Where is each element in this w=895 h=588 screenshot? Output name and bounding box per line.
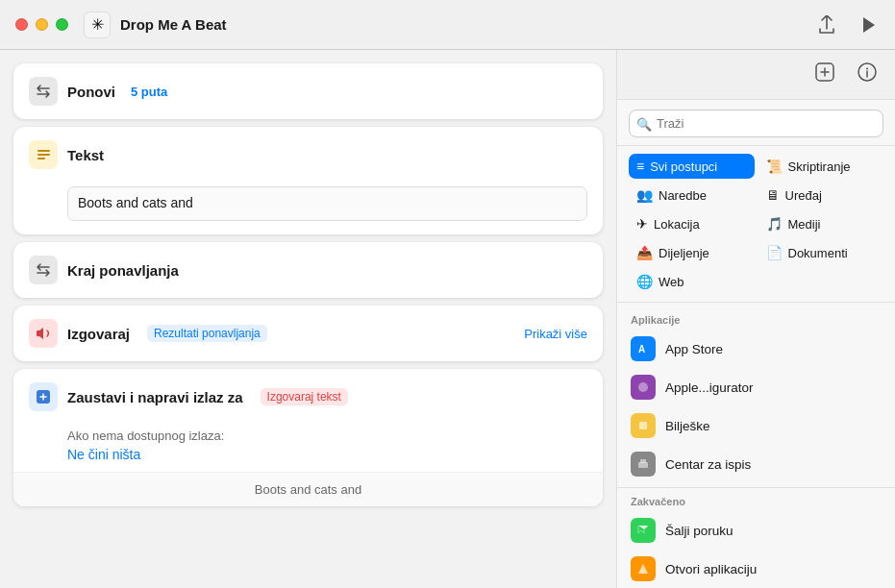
cat-dokumenti[interactable]: 📄 Dokumenti bbox=[758, 240, 884, 265]
salji-poruku-label: Šalji poruku bbox=[665, 524, 733, 538]
speak-badge: Rezultati ponavljanja bbox=[147, 325, 267, 342]
cat-dijeljenje-label: Dijeljenje bbox=[659, 246, 709, 260]
stop-title: Zaustavi i napravi izlaz za bbox=[67, 389, 243, 405]
close-button[interactable] bbox=[15, 18, 28, 31]
cat-uredaj[interactable]: 🖥 Uređaj bbox=[758, 183, 884, 208]
repeat-icon bbox=[29, 77, 58, 106]
cat-web-label: Web bbox=[659, 275, 684, 289]
share-button[interactable] bbox=[814, 12, 839, 38]
otvori-aplikaciju-label: Otvori aplikaciju bbox=[665, 562, 757, 576]
cat-mediji[interactable]: 🎵 Mediji bbox=[758, 211, 884, 236]
cat-svi-postupci[interactable]: ≡ Svi postupci bbox=[629, 154, 755, 179]
cat-dijeljenje-icon: 📤 bbox=[636, 245, 653, 260]
text-header: Tekst bbox=[13, 127, 603, 183]
cat-lokacija[interactable]: ✈ Lokacija bbox=[629, 211, 755, 236]
actions-list: Aplikacije A App Store Apple...igurator … bbox=[617, 303, 895, 588]
svg-rect-9 bbox=[639, 422, 647, 429]
search-icon: 🔍 bbox=[636, 116, 652, 131]
action-salji-poruku[interactable]: Šalji poruku bbox=[617, 511, 895, 550]
biljeske-label: Bilješke bbox=[665, 419, 710, 433]
speak-card: Izgovaraj Rezultati ponavljanja Prikaži … bbox=[13, 306, 603, 361]
end-repeat-icon bbox=[29, 256, 58, 284]
stop-badge: Izgovaraj tekst bbox=[261, 388, 348, 405]
search-bar: 🔍 bbox=[617, 100, 895, 146]
repeat-card: Ponovi 5 puta bbox=[13, 63, 603, 119]
svg-point-8 bbox=[638, 382, 648, 392]
centar-ispis-label: Centar za ispis bbox=[665, 457, 751, 472]
text-input[interactable]: Boots and cats and bbox=[67, 186, 587, 221]
speak-header: Izgovaraj Rezultati ponavljanja Prikaži … bbox=[13, 306, 603, 361]
speak-icon bbox=[29, 319, 58, 348]
cat-svi-label: Svi postupci bbox=[650, 159, 717, 174]
app-store-label: App Store bbox=[665, 342, 723, 356]
right-panel-header bbox=[617, 50, 895, 100]
app-title: Drop Me A Beat bbox=[120, 16, 814, 33]
action-biljeske[interactable]: Bilješke bbox=[617, 406, 895, 445]
left-panel: Ponovi 5 puta Tekst Boots and cats and bbox=[0, 50, 616, 588]
salji-poruku-icon bbox=[631, 518, 656, 543]
repeat-header: Ponovi 5 puta bbox=[13, 63, 603, 119]
svg-rect-1 bbox=[37, 154, 50, 156]
svg-point-6 bbox=[866, 68, 868, 70]
svg-text:A: A bbox=[638, 344, 645, 355]
info-panel-button[interactable] bbox=[853, 58, 882, 91]
cat-web[interactable]: 🌐 Web bbox=[629, 269, 755, 294]
no-action-link[interactable]: Ne čini ništa bbox=[67, 447, 587, 462]
cat-lokacija-label: Lokacija bbox=[654, 217, 700, 232]
speak-title: Izgovaraj bbox=[67, 326, 130, 342]
text-body: Boots and cats and bbox=[13, 183, 603, 234]
add-panel-button[interactable] bbox=[810, 58, 839, 91]
minimize-button[interactable] bbox=[36, 18, 48, 31]
maximize-button[interactable] bbox=[56, 18, 68, 31]
cat-skriptiranje-icon: 📜 bbox=[766, 159, 783, 174]
action-centar-ispis[interactable]: Centar za ispis bbox=[617, 445, 895, 483]
svg-marker-12 bbox=[638, 564, 648, 574]
cat-naredbe[interactable]: 👥 Naredbe bbox=[629, 183, 755, 208]
categories-grid: ≡ Svi postupci 📜 Skriptiranje 👥 Naredbe … bbox=[617, 146, 895, 303]
cat-naredbe-label: Naredbe bbox=[659, 188, 707, 203]
stop-subtitle: Ako nema dostupnog izlaza: bbox=[67, 429, 224, 443]
output-preview: Boots and cats and bbox=[13, 472, 603, 506]
stop-card: Zaustavi i napravi izlaz za Izgovaraj te… bbox=[13, 369, 603, 506]
show-more-link[interactable]: Prikaži više bbox=[524, 327, 587, 341]
end-repeat-title: Kraj ponavljanja bbox=[67, 262, 179, 279]
stop-body: Ako nema dostupnog izlaza: Ne čini ništa bbox=[13, 425, 603, 472]
cat-web-icon: 🌐 bbox=[636, 274, 653, 289]
svg-rect-11 bbox=[640, 459, 646, 463]
app-icon: ✳ bbox=[84, 12, 111, 38]
app-store-icon: A bbox=[631, 336, 656, 361]
text-card: Tekst Boots and cats and bbox=[13, 127, 603, 234]
aplikacije-section-label: Aplikacije bbox=[617, 306, 895, 330]
cat-uredaj-icon: 🖥 bbox=[766, 187, 780, 203]
action-app-store[interactable]: A App Store bbox=[617, 330, 895, 368]
cat-dijeljenje[interactable]: 📤 Dijeljenje bbox=[629, 240, 755, 265]
stop-header: Zaustavi i napravi izlaz za Izgovaraj te… bbox=[13, 369, 603, 425]
play-button[interactable] bbox=[858, 12, 880, 37]
action-otvori-aplikaciju[interactable]: Otvori aplikaciju bbox=[617, 550, 895, 588]
cat-skriptiranje-label: Skriptiranje bbox=[788, 159, 851, 174]
cat-lokacija-icon: ✈ bbox=[636, 216, 648, 232]
action-apple-configurator[interactable]: Apple...igurator bbox=[617, 368, 895, 406]
zakvaceno-section-label: Zakvačeno bbox=[617, 488, 895, 511]
stop-icon bbox=[29, 382, 58, 411]
otvori-aplikaciju-icon bbox=[631, 556, 656, 581]
search-input[interactable] bbox=[629, 110, 883, 137]
centar-ispis-icon bbox=[631, 452, 656, 477]
apple-configurator-label: Apple...igurator bbox=[665, 380, 754, 395]
cat-naredbe-icon: 👥 bbox=[636, 187, 653, 203]
cat-dokumenti-label: Dokumenti bbox=[788, 246, 848, 260]
cat-skriptiranje[interactable]: 📜 Skriptiranje bbox=[758, 154, 884, 179]
main-content: Ponovi 5 puta Tekst Boots and cats and bbox=[0, 50, 895, 588]
repeat-title: Ponovi bbox=[67, 84, 115, 100]
svg-rect-0 bbox=[37, 150, 50, 152]
cat-dokumenti-icon: 📄 bbox=[766, 245, 783, 260]
right-panel: 🔍 ≡ Svi postupci 📜 Skriptiranje 👥 Naredb… bbox=[616, 50, 895, 588]
biljeske-icon bbox=[631, 413, 656, 438]
titlebar: ✳ Drop Me A Beat bbox=[0, 0, 895, 50]
cat-uredaj-label: Uređaj bbox=[785, 188, 822, 203]
apple-configurator-icon bbox=[631, 375, 656, 400]
window-controls bbox=[15, 18, 68, 31]
end-repeat-header: Kraj ponavljanja bbox=[13, 242, 603, 298]
cat-mediji-icon: 🎵 bbox=[766, 216, 783, 232]
text-title: Tekst bbox=[67, 147, 104, 163]
